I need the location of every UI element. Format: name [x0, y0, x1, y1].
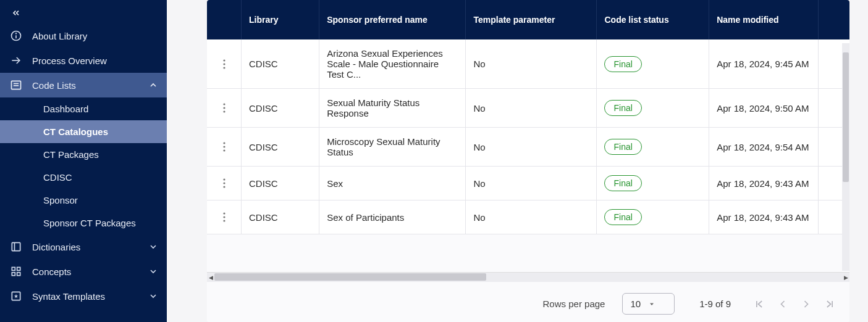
svg-rect-9 [12, 267, 15, 270]
chevron-down-icon [148, 266, 158, 276]
prev-page-button[interactable] [777, 298, 789, 310]
svg-point-21 [223, 142, 225, 144]
sidebar-item-label: About Library [32, 31, 158, 41]
cell-library: CDISC [242, 128, 319, 167]
table-row[interactable]: CDISCSexNoFinalApr 18, 2024, 9:43 AM [207, 167, 849, 200]
row-menu-button[interactable] [217, 139, 232, 154]
status-badge: Final [604, 209, 641, 225]
cell-name-modified: Apr 18, 2024, 9:43 AM [709, 167, 819, 200]
row-actions-cell [207, 89, 242, 128]
status-badge: Final [604, 56, 641, 72]
table-wrap: Library Sponsor preferred name Template … [207, 0, 849, 282]
vertical-scrollbar[interactable] [842, 43, 849, 271]
sidebar-item-code-lists[interactable]: Code Lists [0, 73, 167, 97]
sidebar-item-label: Syntax Templates [32, 291, 148, 302]
main-content: Library Sponsor preferred name Template … [167, 0, 868, 322]
list-icon [9, 79, 23, 91]
first-page-button[interactable] [753, 298, 765, 310]
cell-template-param: No [466, 89, 597, 128]
svg-rect-10 [17, 267, 20, 270]
row-menu-button[interactable] [217, 57, 232, 72]
nav-list: About Library Process Overview Code List… [0, 23, 167, 308]
cell-sponsor-name: Arizona Sexual Experiences Scale - Male … [319, 39, 466, 89]
cell-library: CDISC [242, 167, 319, 200]
sidebar-item-syntax-templates[interactable]: Syntax Templates [0, 284, 167, 308]
horizontal-scrollbar[interactable]: ◀ ▶ [207, 272, 849, 282]
subnav-ct-packages[interactable]: CT Packages [0, 143, 167, 166]
chevron-down-icon [148, 242, 158, 252]
svg-point-18 [223, 103, 225, 105]
chevron-down-icon [148, 291, 158, 301]
svg-point-24 [223, 178, 225, 180]
subnav-dashboard[interactable]: Dashboard [0, 97, 167, 120]
dropdown-icon [648, 300, 655, 308]
cell-template-param: No [466, 167, 597, 200]
rows-per-page-label: Rows per page [543, 299, 605, 309]
table-row[interactable]: CDISCSexual Maturity Status ResponseNoFi… [207, 89, 849, 128]
vertical-scrollbar-thumb[interactable] [843, 52, 849, 182]
sidebar-scroll[interactable]: About Library Process Overview Code List… [0, 0, 167, 322]
sidebar-item-process-overview[interactable]: Process Overview [0, 48, 167, 73]
cell-name-modified: Apr 18, 2024, 9:43 AM [709, 200, 819, 234]
table-scroll[interactable]: Library Sponsor preferred name Template … [207, 0, 849, 272]
row-actions-cell [207, 128, 242, 167]
table-header: Library Sponsor preferred name Template … [207, 0, 849, 39]
col-header-extra[interactable] [818, 0, 849, 39]
subnav-cdisc[interactable]: CDISC [0, 166, 167, 189]
row-menu-button[interactable] [217, 176, 232, 191]
col-header-status[interactable]: Code list status [597, 0, 709, 39]
cell-status: Final [597, 200, 709, 234]
last-page-button[interactable] [824, 298, 836, 310]
table-row[interactable]: CDISCArizona Sexual Experiences Scale - … [207, 39, 849, 89]
page-range-info: 1-9 of 9 [699, 299, 731, 309]
col-header-actions[interactable] [207, 0, 242, 39]
col-header-template-param[interactable]: Template parameter [466, 0, 597, 39]
sidebar-item-label: Dictionaries [32, 242, 148, 252]
svg-point-20 [223, 110, 225, 112]
info-icon [9, 30, 23, 42]
svg-point-25 [223, 182, 225, 184]
svg-point-2 [16, 33, 17, 34]
sidebar: About Library Process Overview Code List… [0, 0, 167, 322]
col-header-library[interactable]: Library [242, 0, 319, 39]
sidebar-item-about-library[interactable]: About Library [0, 23, 167, 48]
cell-name-modified: Apr 18, 2024, 9:45 AM [709, 39, 819, 89]
sidebar-item-label: Process Overview [32, 56, 158, 66]
rows-per-page-select[interactable]: 10 [622, 293, 675, 315]
cell-template-param: No [466, 39, 597, 89]
chevron-double-left-icon [11, 8, 21, 18]
scroll-right-icon[interactable]: ▶ [842, 273, 849, 282]
col-header-name-modified[interactable]: Name modified [709, 0, 819, 39]
table-row[interactable]: CDISCSex of ParticipantsNoFinalApr 18, 2… [207, 200, 849, 234]
table-card: Library Sponsor preferred name Template … [207, 0, 849, 322]
next-page-button[interactable] [800, 298, 812, 310]
scroll-left-icon[interactable]: ◀ [207, 273, 214, 282]
sidebar-item-concepts[interactable]: Concepts [0, 259, 167, 284]
svg-rect-7 [12, 242, 20, 250]
row-actions-cell [207, 39, 242, 89]
svg-rect-12 [17, 273, 20, 276]
cell-name-modified: Apr 18, 2024, 9:50 AM [709, 89, 819, 128]
horizontal-scrollbar-thumb[interactable] [214, 273, 486, 281]
table-row[interactable]: CDISCMicroscopy Sexual Maturity StatusNo… [207, 128, 849, 167]
collapse-sidebar-button[interactable] [5, 4, 27, 22]
sidebar-item-dictionaries[interactable]: Dictionaries [0, 234, 167, 259]
cell-status: Final [597, 89, 709, 128]
subnav-ct-catalogues[interactable]: CT Catalogues [0, 120, 167, 143]
cell-library: CDISC [242, 200, 319, 234]
cell-sponsor-name: Microscopy Sexual Maturity Status [319, 128, 466, 167]
grid-icon [9, 265, 23, 278]
col-header-sponsor-name[interactable]: Sponsor preferred name [319, 0, 466, 39]
svg-marker-14 [14, 294, 19, 299]
row-menu-button[interactable] [217, 101, 232, 115]
subnav-sponsor-ct-packages[interactable]: Sponsor CT Packages [0, 212, 167, 234]
svg-point-22 [223, 146, 225, 147]
cell-template-param: No [466, 128, 597, 167]
svg-point-29 [223, 220, 225, 221]
status-badge: Final [604, 100, 641, 116]
row-actions-cell [207, 167, 242, 200]
pagination-bar: Rows per page 10 1-9 of 9 [207, 282, 849, 322]
row-menu-button[interactable] [217, 210, 232, 225]
subnav-sponsor[interactable]: Sponsor [0, 189, 167, 212]
rows-per-page-value: 10 [630, 299, 641, 309]
